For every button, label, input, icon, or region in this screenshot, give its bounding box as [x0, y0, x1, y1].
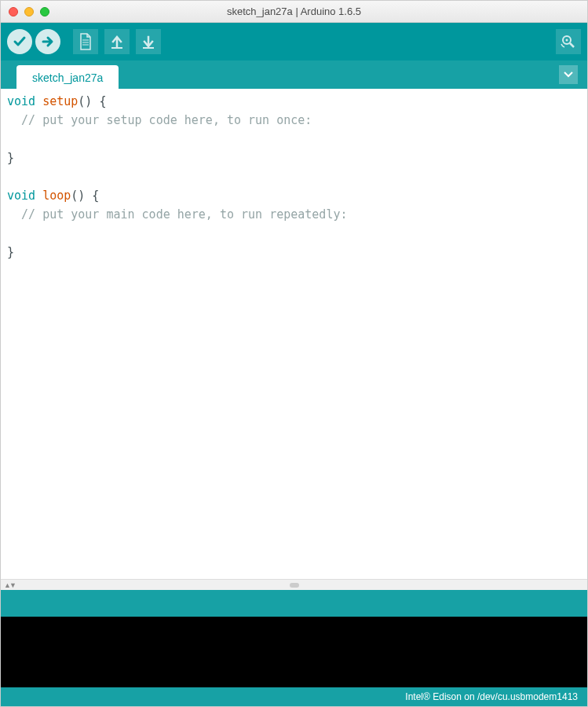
verify-button[interactable]: [7, 29, 32, 54]
tab-menu-button[interactable]: [559, 65, 578, 84]
save-sketch-button[interactable]: [136, 29, 161, 54]
arrow-right-icon: [41, 35, 55, 49]
chevron-down-icon: [564, 71, 573, 78]
arrow-up-icon: [109, 34, 125, 49]
editor-line[interactable]: // put your main code here, to run repea…: [7, 205, 581, 224]
minimize-window-button[interactable]: [24, 7, 34, 16]
close-window-button[interactable]: [9, 7, 18, 16]
code-editor[interactable]: void setup() { // put your setup code he…: [1, 89, 587, 579]
editor-line[interactable]: }: [7, 243, 581, 262]
check-icon: [13, 35, 27, 49]
serial-monitor-icon: [560, 33, 577, 50]
editor-line[interactable]: [7, 130, 581, 148]
upload-button[interactable]: [35, 29, 60, 54]
traffic-lights: [1, 7, 49, 16]
editor-line[interactable]: void setup() {: [7, 92, 581, 111]
svg-line-6: [570, 43, 574, 47]
arduino-ide-window: sketch_jan27a | Arduino 1.6.5: [0, 0, 588, 707]
tabbar: sketch_jan27a: [1, 60, 587, 89]
editor-line[interactable]: // put your setup code here, to run once…: [7, 111, 581, 130]
status-bar: [1, 590, 587, 617]
window-title: sketch_jan27a | Arduino 1.6.5: [1, 5, 587, 17]
editor-line[interactable]: [7, 167, 581, 186]
splitter[interactable]: ▲▼: [1, 579, 587, 590]
zoom-window-button[interactable]: [40, 7, 49, 16]
board-port-info: Intel® Edison on /dev/cu.usbmodem1413: [405, 691, 578, 702]
toolbar: [1, 23, 587, 60]
file-icon: [78, 33, 93, 50]
open-sketch-button[interactable]: [104, 29, 130, 54]
splitter-handle[interactable]: [290, 583, 299, 588]
arrow-down-icon: [141, 34, 156, 49]
editor-line[interactable]: [7, 224, 581, 243]
serial-monitor-button[interactable]: [556, 29, 581, 54]
svg-point-7: [566, 39, 568, 42]
console-output[interactable]: [1, 617, 587, 687]
tab-sketch[interactable]: sketch_jan27a: [16, 65, 119, 89]
splitter-arrows-icon: ▲▼: [4, 581, 15, 589]
editor-line[interactable]: }: [7, 148, 581, 167]
footer: Intel® Edison on /dev/cu.usbmodem1413: [1, 687, 587, 706]
new-sketch-button[interactable]: [73, 29, 98, 54]
titlebar[interactable]: sketch_jan27a | Arduino 1.6.5: [1, 1, 587, 23]
editor-line[interactable]: void loop() {: [7, 186, 581, 205]
